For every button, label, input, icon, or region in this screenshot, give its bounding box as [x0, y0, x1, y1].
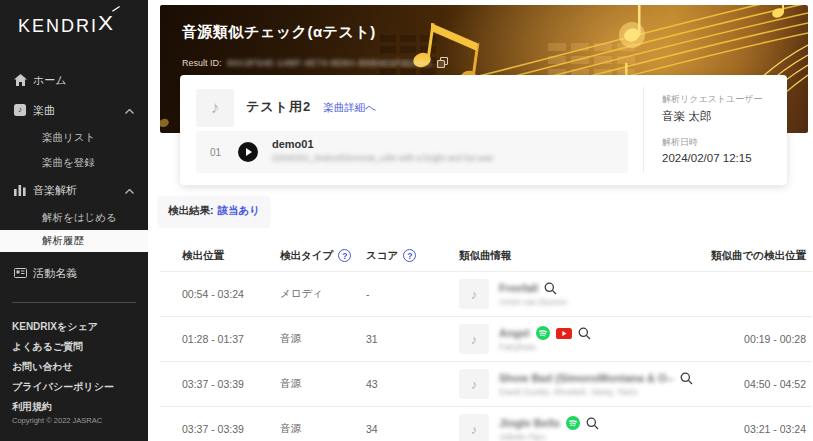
- copyright: Copyright © 2022 JASRAC: [12, 416, 102, 425]
- cell-position: 03:37 - 03:39: [160, 423, 280, 435]
- sidebar-item-label: 楽曲リスト: [42, 131, 95, 145]
- home-icon: [13, 73, 27, 87]
- header-type: 検出タイプ ?: [280, 249, 366, 263]
- cell-similar-position: 00:19 - 00:28: [708, 333, 812, 345]
- cell-song: ♪ Angel Fairyhose: [459, 324, 708, 354]
- detection-result-badge: 検出結果: 該当あり: [158, 196, 270, 226]
- sidebar-item-song-register[interactable]: 楽曲を登録: [0, 150, 148, 175]
- song-detail-link[interactable]: 楽曲詳細へ: [323, 101, 376, 115]
- sidebar-item-song-list[interactable]: 楽曲リスト: [0, 125, 148, 150]
- result-id-value-blurred: 84A3F54E-14BF-4E74-8D8A-B6B4E6F8D4B4: [228, 58, 432, 68]
- track-row: 01 demo01 20040201_MotionElements_edm wi…: [196, 131, 628, 173]
- sidebar-link-share[interactable]: KENDRIXをシェア: [0, 317, 148, 337]
- sidebar-item-songs[interactable]: ♪ 楽曲: [0, 95, 148, 125]
- chevron-up-icon[interactable]: [125, 104, 134, 116]
- cell-position: 00:54 - 03:24: [160, 288, 280, 300]
- sidebar-item-analysis-history[interactable]: 解析履歴: [0, 230, 148, 252]
- song-artist-blurred: Armin van Buuren: [499, 297, 567, 307]
- cell-song: ♪ Freefall Armin van Buuren: [459, 279, 708, 309]
- result-label: 検出結果:: [168, 204, 214, 218]
- header-song-info: 類似曲情報: [459, 249, 708, 263]
- result-value-link[interactable]: 該当あり: [218, 204, 261, 218]
- sidebar-item-label: 音楽解析: [33, 183, 77, 198]
- spotify-icon[interactable]: [536, 326, 550, 340]
- id-card-icon: [13, 266, 27, 280]
- song-title: テスト用2: [246, 98, 311, 116]
- result-id-row: Result ID: 84A3F54E-14BF-4E74-8D8A-B6B4E…: [182, 57, 448, 68]
- search-icon[interactable]: [680, 372, 693, 385]
- detection-table: 検出位置 検出タイプ ? スコア ? 類似曲情報 類似曲での検出位置 00:54…: [160, 240, 812, 441]
- table-row: 00:54 - 03:24 メロディ - ♪ Freefall Armin va…: [160, 272, 812, 317]
- play-button[interactable]: [238, 142, 258, 162]
- result-id-label: Result ID:: [182, 58, 222, 68]
- sidebar-item-label: 活動名義: [33, 266, 77, 281]
- table-header-row: 検出位置 検出タイプ ? スコア ? 類似曲情報 類似曲での検出位置: [160, 240, 812, 272]
- sidebar-item-activity-name[interactable]: 活動名義: [0, 258, 148, 288]
- sidebar-item-label: ホーム: [33, 73, 67, 88]
- sidebar-divider: [12, 302, 136, 303]
- music-note-icon: ♪: [459, 369, 489, 399]
- song-title-blurred: Jingle Bells: [499, 417, 560, 429]
- search-icon[interactable]: [578, 327, 591, 340]
- search-icon[interactable]: [586, 417, 599, 430]
- table-row: 01:28 - 01:37 音源 31 ♪ Angel: [160, 317, 812, 362]
- analysis-meta: 解析リクエストユーザー 音楽 太郎 解析日時 2024/02/07 12:15: [662, 93, 762, 176]
- song-artist-blurred: Fairyhose: [499, 342, 591, 352]
- header-position: 検出位置: [160, 249, 280, 263]
- spotify-icon[interactable]: [566, 416, 580, 430]
- youtube-icon[interactable]: [556, 328, 572, 339]
- sidebar-link-faq[interactable]: よくあるご質問: [0, 337, 148, 357]
- cell-position: 03:37 - 03:39: [160, 378, 280, 390]
- sidebar-item-home[interactable]: ホーム: [0, 65, 148, 95]
- sidebar-link-terms[interactable]: 利用規約: [0, 397, 148, 417]
- track-filename-blurred: 20040201_MotionElements_edm with a brigh…: [272, 153, 493, 163]
- help-icon[interactable]: ?: [403, 249, 416, 262]
- sidebar-item-start-analysis[interactable]: 解析をはじめる: [0, 205, 148, 230]
- sidebar-menu: ホーム ♪ 楽曲 楽曲リスト 楽曲を登録 音楽解析: [0, 65, 148, 288]
- sidebar: KENDRIX ホーム ♪ 楽曲 楽曲リスト 楽曲を登録: [0, 0, 148, 441]
- sidebar-item-label: 解析をはじめる: [42, 211, 117, 225]
- kendrix-app: KENDRIX ホーム ♪ 楽曲 楽曲リスト 楽曲を登録: [0, 0, 813, 441]
- sidebar-link-contact[interactable]: お問い合わせ: [0, 357, 148, 377]
- header-score: スコア ?: [366, 249, 459, 263]
- cell-type: 音源: [280, 422, 366, 436]
- music-note-icon: ♪: [13, 103, 27, 117]
- song-title-blurred: Show Bad (SimonxMontana & O--: [499, 372, 674, 384]
- music-note-icon: ♪: [196, 89, 234, 127]
- song-title-blurred: Angel: [499, 327, 530, 339]
- music-note-icon: ♪: [459, 279, 489, 309]
- request-user-value: 音楽 太郎: [662, 109, 762, 124]
- copy-icon[interactable]: [437, 57, 448, 68]
- cell-song: ♪ Show Bad (SimonxMontana & O-- David Gu…: [459, 369, 708, 399]
- cell-score: 34: [366, 423, 459, 435]
- cell-type: 音源: [280, 377, 366, 391]
- card-divider: [643, 87, 644, 173]
- music-note-icon: ♪: [459, 414, 489, 441]
- table-row: 03:37 - 03:39 音源 43 ♪ Show Bad (SimonxMo…: [160, 362, 812, 407]
- song-artist-blurred: Juliette Pipo: [499, 432, 599, 441]
- sidebar-item-label: 楽曲: [33, 103, 55, 118]
- cell-type: メロディ: [280, 287, 366, 301]
- help-icon[interactable]: ?: [338, 249, 351, 262]
- sidebar-item-label: 楽曲を登録: [42, 156, 95, 170]
- search-icon[interactable]: [544, 282, 557, 295]
- bar-chart-icon: [13, 183, 27, 197]
- cell-song: ♪ Jingle Bells Juliette Pipo: [459, 414, 708, 441]
- cell-score: 31: [366, 333, 459, 345]
- song-title-blurred: Freefall: [499, 282, 538, 294]
- cell-similar-position: 03:21 - 03:24: [708, 423, 812, 435]
- table-row: 03:37 - 03:39 音源 34 ♪ Jingle Bells Jul: [160, 407, 812, 441]
- logo-x: X: [98, 12, 116, 36]
- track-title: demo01: [272, 138, 314, 150]
- datetime-label: 解析日時: [662, 136, 762, 149]
- cell-position: 01:28 - 01:37: [160, 333, 280, 345]
- sidebar-item-music-analysis[interactable]: 音楽解析: [0, 175, 148, 205]
- music-note-icon: ♪: [459, 324, 489, 354]
- chevron-up-icon[interactable]: [125, 184, 134, 196]
- kendrix-logo[interactable]: KENDRIX: [0, 0, 148, 37]
- track-number: 01: [210, 147, 221, 158]
- logo-text: KENDRI: [18, 16, 98, 36]
- song-card: ♪ テスト用2 楽曲詳細へ 01 demo01 20040201_MotionE…: [180, 75, 787, 185]
- sidebar-link-privacy[interactable]: プライバシーポリシー: [0, 377, 148, 397]
- sidebar-links: KENDRIXをシェア よくあるご質問 お問い合わせ プライバシーポリシー 利用…: [0, 317, 148, 417]
